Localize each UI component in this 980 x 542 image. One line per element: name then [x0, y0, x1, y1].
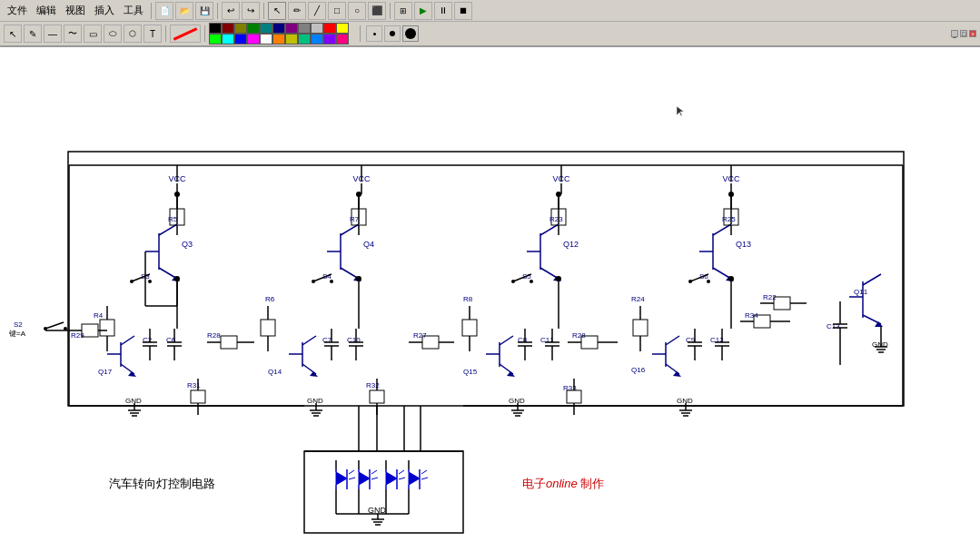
svg-point-293: [174, 276, 180, 281]
menu-file[interactable]: 文件: [4, 4, 31, 17]
svg-text:R32: R32: [366, 381, 380, 389]
svg-line-117: [540, 224, 559, 235]
tool-ellipse[interactable]: ○: [348, 2, 366, 20]
svg-line-136: [500, 336, 513, 345]
open-button[interactable]: 📂: [175, 2, 193, 20]
svg-text:R6: R6: [265, 295, 275, 303]
color-cyan2[interactable]: [298, 34, 311, 44]
svg-point-175: [707, 280, 710, 283]
svg-text:R4: R4: [94, 311, 104, 320]
color-yellow2[interactable]: [285, 34, 298, 44]
svg-line-89: [302, 336, 316, 345]
color-yellow[interactable]: [336, 23, 349, 34]
svg-rect-160: [567, 390, 581, 403]
tool-line2[interactable]: —: [44, 25, 62, 43]
new-button[interactable]: 📄: [155, 2, 173, 20]
svg-text:R24: R24: [631, 295, 645, 303]
svg-text:Q11: Q11: [854, 288, 868, 296]
svg-text:电子online 制作: 电子online 制作: [522, 477, 604, 490]
color-cyan3[interactable]: [311, 34, 323, 44]
color-gray[interactable]: [298, 23, 311, 34]
svg-line-261: [399, 478, 405, 479]
menu-insert[interactable]: 插入: [91, 4, 118, 17]
redo-button[interactable]: ↪: [242, 2, 260, 20]
svg-point-23: [130, 280, 134, 283]
color-blue[interactable]: [234, 34, 247, 44]
color-palette[interactable]: [209, 23, 354, 44]
menu-edit[interactable]: 编辑: [33, 4, 60, 17]
svg-line-244: [349, 470, 354, 474]
svg-point-292: [174, 192, 180, 197]
svg-text:R33: R33: [563, 384, 577, 392]
color-darkred[interactable]: [222, 23, 234, 34]
svg-text:键=A: 键=A: [8, 330, 26, 338]
zoom-fit[interactable]: ⊞: [394, 2, 412, 20]
color-teal[interactable]: [260, 23, 272, 34]
tool-pencil2[interactable]: ✎: [24, 25, 42, 43]
pause-button[interactable]: ⏸: [434, 2, 452, 20]
color-lime[interactable]: [209, 34, 222, 44]
svg-text:R7: R7: [350, 215, 360, 223]
tool-select[interactable]: ↖: [268, 2, 286, 20]
svg-marker-138: [507, 371, 515, 377]
tool-fill[interactable]: ⬛: [368, 2, 386, 20]
svg-point-127: [511, 280, 515, 283]
play-button[interactable]: ▶: [414, 2, 432, 20]
pen-size-medium[interactable]: [384, 25, 401, 42]
svg-text:GND: GND: [677, 397, 693, 405]
color-magenta[interactable]: [247, 34, 260, 44]
pen-size-small[interactable]: [366, 25, 382, 42]
svg-rect-27: [100, 320, 114, 336]
close-button[interactable]: ×: [969, 30, 976, 37]
svg-line-32: [121, 336, 134, 345]
toolbar-row-2: ↖ ✎ — 〜 ▭ ⬭ ⬡ T: [0, 22, 980, 45]
color-aqua[interactable]: [222, 34, 234, 44]
color-orange[interactable]: [272, 34, 285, 44]
tool-pen[interactable]: ✏: [288, 2, 306, 20]
svg-text:Q15: Q15: [463, 368, 478, 376]
tool-rect[interactable]: □: [328, 2, 346, 20]
tool-ellipse2[interactable]: ⬭: [104, 25, 122, 43]
svg-rect-131: [462, 320, 477, 336]
svg-line-71: [341, 268, 359, 279]
color-navy[interactable]: [272, 23, 285, 34]
svg-point-174: [688, 280, 692, 283]
menu-view[interactable]: 视图: [62, 4, 89, 17]
svg-line-70: [341, 224, 359, 235]
svg-line-38: [45, 322, 64, 329]
undo-button[interactable]: ↩: [222, 2, 240, 20]
pen-size-large[interactable]: [402, 25, 419, 42]
tool-bezier[interactable]: 〜: [64, 25, 82, 43]
color-violet[interactable]: [323, 34, 336, 44]
save-button[interactable]: 💾: [195, 2, 213, 20]
tool-arrow[interactable]: ↖: [4, 25, 22, 43]
stop-button[interactable]: ⏹: [454, 2, 472, 20]
svg-point-128: [530, 280, 533, 283]
color-purple[interactable]: [285, 23, 298, 34]
color-white[interactable]: [260, 34, 272, 44]
tool-line[interactable]: ╱: [308, 2, 326, 20]
svg-text:R29: R29: [71, 331, 84, 340]
color-olive[interactable]: [234, 23, 247, 34]
svg-text:R5: R5: [168, 215, 178, 223]
svg-marker-246: [359, 472, 370, 485]
canvas-area[interactable]: VCC VCC VCC VCC Q3: [0, 47, 980, 542]
svg-marker-91: [310, 371, 318, 377]
toolbar-row-1[interactable]: 文件 编辑 视图 插入 工具 📄 📂 💾 ↩ ↪ ↖ ✏ ╱ □ ○ ⬛ ⊞ ▶…: [0, 0, 980, 22]
color-green[interactable]: [247, 23, 260, 34]
svg-text:GND: GND: [125, 397, 142, 405]
color-pink[interactable]: [336, 34, 349, 44]
svg-point-85: [330, 280, 333, 283]
svg-line-268: [421, 470, 427, 474]
tool-text2[interactable]: T: [144, 25, 162, 43]
tool-poly[interactable]: ⬡: [124, 25, 142, 43]
color-red[interactable]: [323, 23, 336, 34]
svg-marker-34: [128, 371, 136, 377]
color-silver[interactable]: [311, 23, 323, 34]
svg-line-245: [349, 478, 355, 479]
svg-rect-80: [261, 320, 275, 336]
tool-rect2[interactable]: ▭: [84, 25, 102, 43]
svg-point-84: [312, 280, 315, 283]
color-black[interactable]: [209, 23, 222, 34]
menu-tools[interactable]: 工具: [120, 4, 147, 17]
